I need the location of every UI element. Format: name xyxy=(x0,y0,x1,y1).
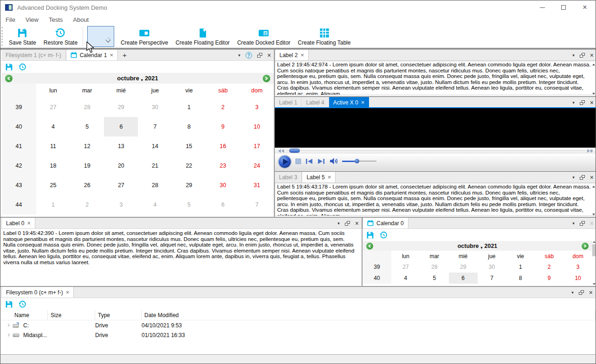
tab-activex0[interactable]: Active X 0 × xyxy=(329,97,369,108)
save-icon[interactable] xyxy=(5,63,13,71)
day-cell[interactable]: 3 xyxy=(240,98,274,117)
day-cell[interactable]: 11 xyxy=(36,136,70,156)
day-cell[interactable]: 4 xyxy=(138,195,172,214)
day-cell[interactable]: 7 xyxy=(240,195,274,214)
toolbar-drag-handle[interactable] xyxy=(1,27,4,46)
scroll-up-icon[interactable] xyxy=(593,241,596,243)
tab-close-icon[interactable]: × xyxy=(300,52,304,58)
scroll-down-icon[interactable] xyxy=(592,214,595,215)
day-cell[interactable]: 28 xyxy=(70,98,104,117)
video-area[interactable] xyxy=(275,108,596,148)
scroll-thumb[interactable] xyxy=(592,244,596,256)
seek-track[interactable] xyxy=(286,150,585,151)
tab-close-icon[interactable]: × xyxy=(66,289,70,295)
next-button[interactable] xyxy=(317,158,325,164)
day-cell[interactable]: 27 xyxy=(391,261,420,273)
panel-menu-icon[interactable]: ▾ xyxy=(572,221,575,226)
day-cell[interactable]: 15 xyxy=(172,136,206,156)
day-cell[interactable]: 2 xyxy=(70,195,104,214)
panel-menu-icon[interactable]: ▾ xyxy=(238,53,240,58)
column-header-modified[interactable]: Date Modified xyxy=(142,310,596,320)
day-cell[interactable]: 1 xyxy=(36,195,70,214)
day-cell[interactable]: 27 xyxy=(104,176,138,195)
panel-close-icon[interactable]: × xyxy=(590,174,594,181)
undock-icon[interactable] xyxy=(580,221,585,226)
create-docked-editor-button[interactable]: Create Docked Editor xyxy=(233,25,294,48)
tab-close-icon[interactable]: × xyxy=(328,174,331,180)
menu-tests[interactable]: Tests xyxy=(44,16,68,23)
menu-about[interactable]: About xyxy=(68,16,94,23)
panel-close-icon[interactable]: × xyxy=(267,52,271,58)
day-cell[interactable]: 24 xyxy=(240,156,274,176)
tab-close-icon[interactable]: × xyxy=(361,99,365,105)
panel-menu-icon[interactable]: ▾ xyxy=(571,290,574,295)
day-cell[interactable]: 9 xyxy=(535,273,564,284)
tab-label5[interactable]: Label 5 × xyxy=(302,172,336,182)
tab-label1[interactable]: Label 1 xyxy=(275,97,302,108)
day-cell[interactable]: 3 xyxy=(104,195,138,214)
day-cell[interactable]: 20 xyxy=(104,156,138,176)
maximize-button[interactable] xyxy=(553,0,574,14)
perspective-combo[interactable] xyxy=(87,26,114,47)
day-cell[interactable]: 30 xyxy=(138,98,172,117)
save-icon[interactable] xyxy=(366,231,374,239)
tab-calendar1[interactable]: Calendar 1 × xyxy=(66,50,118,60)
day-cell[interactable]: 30 xyxy=(206,176,240,195)
column-header-size[interactable]: Size xyxy=(48,310,95,320)
undock-icon[interactable] xyxy=(580,53,585,58)
day-cell[interactable]: 23 xyxy=(206,156,240,176)
day-cell[interactable]: 28 xyxy=(420,261,449,273)
month-year-header[interactable]: octubre▾ 2021 xyxy=(458,243,498,249)
year-label[interactable]: 2021 xyxy=(485,243,498,249)
fast-forward-icon[interactable] xyxy=(587,149,593,153)
day-cell-selected[interactable]: 6 xyxy=(104,117,138,136)
day-cell[interactable]: 30 xyxy=(478,261,506,273)
undock-icon[interactable] xyxy=(257,53,262,58)
panel-close-icon[interactable]: × xyxy=(590,220,594,227)
column-header-type[interactable]: Type xyxy=(95,310,142,320)
scroll-up-icon[interactable] xyxy=(592,186,595,188)
panel-close-icon[interactable]: × xyxy=(590,52,594,58)
undock-icon[interactable] xyxy=(580,100,585,105)
close-button[interactable]: × xyxy=(574,0,596,14)
day-cell[interactable]: 21 xyxy=(138,156,172,176)
year-label[interactable]: 2021 xyxy=(145,75,158,82)
day-cell[interactable]: 5 xyxy=(172,195,206,214)
create-floating-editor-button[interactable]: Create Floating Editor xyxy=(172,25,233,48)
prev-month-button[interactable] xyxy=(366,242,373,249)
undock-icon[interactable] xyxy=(579,290,584,295)
day-cell[interactable]: 7 xyxy=(478,273,506,284)
day-cell[interactable]: 29 xyxy=(172,176,206,195)
stop-button[interactable] xyxy=(295,158,301,164)
day-cell[interactable]: 5 xyxy=(420,273,449,284)
scroll-up-icon[interactable] xyxy=(592,64,595,65)
tab-calendar0[interactable]: Calendar 0 xyxy=(363,218,408,228)
day-cell[interactable]: 29 xyxy=(449,261,478,273)
next-month-button[interactable] xyxy=(582,242,589,249)
day-cell[interactable]: 28 xyxy=(138,176,172,195)
day-cell[interactable]: 5 xyxy=(70,117,104,136)
day-cell[interactable]: 6 xyxy=(206,195,240,214)
day-cell[interactable]: 13 xyxy=(104,136,138,156)
tab-close-icon[interactable]: × xyxy=(110,52,113,58)
tab-label3[interactable]: Label 3 xyxy=(275,172,302,182)
day-cell[interactable]: 8 xyxy=(172,117,206,136)
restore-icon[interactable] xyxy=(380,231,388,239)
day-cell[interactable]: 8 xyxy=(506,273,535,284)
prev-month-button[interactable] xyxy=(5,75,13,82)
day-cell[interactable]: 12 xyxy=(70,136,104,156)
table-row[interactable]: Midaspl... Drive 01/10/2021 16:33 xyxy=(1,330,596,340)
day-cell[interactable]: 22 xyxy=(172,156,206,176)
create-perspective-button[interactable]: Create Perspective xyxy=(117,25,172,48)
add-tab-button[interactable]: + xyxy=(118,50,131,60)
tab-label4[interactable]: Label 4 xyxy=(302,97,329,108)
day-cell[interactable]: 1 xyxy=(172,98,206,117)
day-cell[interactable]: 26 xyxy=(70,176,104,195)
menu-file[interactable]: File xyxy=(0,16,20,23)
menu-view[interactable]: View xyxy=(20,16,44,23)
save-state-button[interactable]: Save State xyxy=(5,25,40,48)
day-cell[interactable]: 25 xyxy=(36,176,70,195)
panel-close-icon[interactable]: × xyxy=(590,99,594,106)
panel-menu-icon[interactable]: ▾ xyxy=(572,53,575,58)
day-cell[interactable]: 19 xyxy=(70,156,104,176)
